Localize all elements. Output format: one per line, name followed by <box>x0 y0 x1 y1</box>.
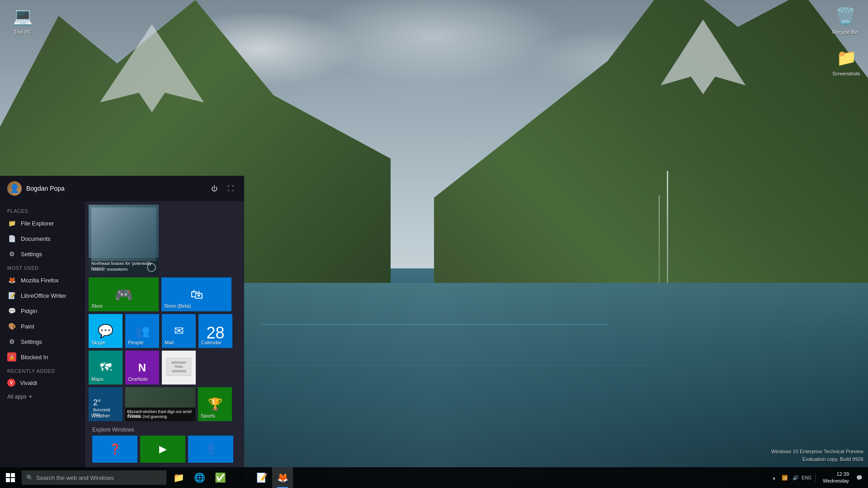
paint-label: Paint <box>21 323 34 330</box>
firefox-label: Mozilla Firefox <box>21 277 59 284</box>
skype-label: Skype <box>91 340 105 345</box>
this-pc-icon-label: This PC <box>12 29 33 35</box>
taskbar-app-file-explorer[interactable]: 📁 <box>168 467 189 488</box>
menu-item-blocked-in[interactable]: 🔒 Blocked In <box>0 349 85 365</box>
start-button[interactable] <box>0 467 21 488</box>
recycle-bin-desktop-icon[interactable]: 🗑️ Recycle Bin <box>827 4 863 37</box>
clock-day: Wednesday <box>823 478 849 484</box>
maps-tile[interactable]: 🗺 Maps <box>89 351 123 385</box>
clock-time: 12:39 <box>823 471 849 478</box>
water-line1 <box>260 324 608 325</box>
screenshots-icon-image: 📁 <box>835 47 857 69</box>
action-center-icon[interactable]: 💬 <box>854 473 864 483</box>
menu-item-libreoffice[interactable]: 📝 LibreOffice Writer <box>0 288 85 303</box>
weather-label: Weather <box>91 413 110 418</box>
weather-city: Bucuresti <box>93 408 118 412</box>
people-tile[interactable]: 👥 People <box>125 314 159 348</box>
skype-tile[interactable]: 💬 Skype <box>89 314 123 348</box>
recycle-bin-icon-label: Recycle Bin <box>831 29 860 35</box>
header-buttons: ⏻ ⛶ <box>208 182 237 195</box>
explore-icon-1: ❓ <box>109 443 121 455</box>
xbox-label: Xbox <box>91 303 103 309</box>
start-menu: 👤 Bogdan Popa ⏻ ⛶ Places 📁 File Explorer… <box>0 176 244 467</box>
xbox-icon: 🎮 <box>115 286 133 303</box>
calendar-label: Calendar <box>201 340 222 345</box>
winsnap-tile[interactable]: WINSNAPTRIAL VERSION <box>162 351 196 385</box>
explore-section: Explore Windows ❓ ▶ 👤 <box>89 424 241 464</box>
volume-icon[interactable]: 🔊 <box>791 473 801 483</box>
mail-icon: ✉ <box>174 324 184 338</box>
waterfall <box>667 171 668 293</box>
explore-tile-1[interactable]: ❓ <box>92 436 137 463</box>
news-search-area: Northeast braces for 'potentially histor… <box>89 205 241 275</box>
taskbar-app-notepad[interactable]: 📝 <box>251 467 272 488</box>
file-explorer-label: File Explorer <box>21 220 54 227</box>
all-apps-area[interactable]: All apps ▼ <box>0 390 85 404</box>
explore-tile-2[interactable]: ▶ <box>140 436 185 463</box>
all-apps-label: All apps <box>7 394 27 400</box>
store-tile[interactable]: 🛍 Store (Beta) <box>161 277 231 311</box>
all-apps-link[interactable]: All apps ▼ <box>7 394 78 400</box>
taskbar-right: ▲ 📶 🔊 ENG 12:39 Wednesday 💬 <box>770 471 864 485</box>
onenote-label: OneNote <box>128 376 148 382</box>
explore-tile-3[interactable]: 👤 <box>188 436 233 463</box>
calendar-tile[interactable]: 28 Calendar <box>198 314 232 348</box>
xbox-tile[interactable]: 🎮 Xbox <box>89 277 159 311</box>
screenshots-desktop-icon[interactable]: 📁 Screenshots <box>828 45 864 79</box>
network-icon[interactable]: 📶 <box>780 473 790 483</box>
pidgin-label: Pidgin <box>21 308 37 314</box>
onenote-icon: N <box>138 361 146 374</box>
ie-taskbar-icon: 🌐 <box>194 472 205 483</box>
recently-added-title: Recently added <box>0 365 85 375</box>
most-used-title: Most used <box>0 262 85 272</box>
explore-tiles: ❓ ▶ 👤 <box>92 436 237 463</box>
this-pc-desktop-icon[interactable]: 💻 This PC <box>5 4 41 37</box>
taskbar-app-ie[interactable]: 🌐 <box>189 467 210 488</box>
taskbar: 🔍 Search the web and Windows 📁 🌐 ✅ ✔ 📝 🦊… <box>0 467 868 488</box>
tray-expand-arrow[interactable]: ▲ <box>770 475 778 480</box>
menu-item-pidgin[interactable]: 💬 Pidgin <box>0 303 85 319</box>
power-button[interactable]: ⏻ <box>208 182 221 195</box>
vivaldi-label: Vivaldi <box>20 380 37 386</box>
explore-title: Explore Windows <box>92 427 237 433</box>
left-panel: Places 📁 File Explorer 📄 Documents ⚙ Set… <box>0 201 85 467</box>
settings2-label: Settings <box>21 338 42 345</box>
places-title: Places <box>0 205 85 216</box>
menu-item-documents[interactable]: 📄 Documents <box>0 231 85 246</box>
menu-item-paint[interactable]: 🎨 Paint <box>0 319 85 334</box>
menu-item-firefox[interactable]: 🦊 Mozilla Firefox <box>0 272 85 288</box>
mail-tile[interactable]: ✉ Mail <box>162 314 196 348</box>
people-label: People <box>128 340 143 345</box>
user-info[interactable]: 👤 Bogdan Popa <box>7 181 65 196</box>
notification-area: 📶 🔊 ENG <box>780 473 811 483</box>
menu-item-file-explorer[interactable]: 📁 File Explorer <box>0 216 85 231</box>
sports-icon: 🏆 <box>208 397 222 411</box>
explore-icon-2: ▶ <box>159 443 167 455</box>
taskbar-app-firefox[interactable]: 🦊 <box>272 467 293 488</box>
store-icon: 🛍 <box>190 287 203 302</box>
news-large-tile[interactable]: Northeast braces for 'potentially histor… <box>89 205 159 275</box>
weather-tile[interactable]: 2° Bucuresti Fog Weather <box>89 387 123 421</box>
expand-button[interactable]: ⛶ <box>224 182 237 195</box>
taskbar-app-store[interactable]: ✅ <box>210 467 231 488</box>
svg-rect-0 <box>6 473 10 477</box>
language-icon[interactable]: ENG <box>802 473 811 483</box>
search-bar[interactable]: 🔍 Search the web and Windows <box>22 470 166 485</box>
clock-area[interactable]: 12:39 Wednesday <box>819 471 853 485</box>
menu-item-vivaldi[interactable]: V Vivaldi <box>0 375 85 390</box>
onenote-tile[interactable]: N OneNote <box>125 351 159 385</box>
tile-row-2: 💬 Skype 👥 People ✉ Mail 28 Calendar <box>89 314 241 348</box>
menu-item-settings2[interactable]: ⚙ Settings <box>0 334 85 349</box>
news-tile[interactable]: Blizzard-stricken East digs out amid for… <box>125 387 195 421</box>
watermark-line1: Windows 10 Enterprise Technical Preview <box>771 448 863 455</box>
sports-tile[interactable]: 🏆 Sports <box>198 387 232 421</box>
settings-icon: ⚙ <box>7 249 16 258</box>
water-line2 <box>217 365 651 366</box>
menu-item-settings[interactable]: ⚙ Settings <box>0 246 85 262</box>
taskbar-app-task[interactable]: ✔ <box>231 467 251 488</box>
start-menu-header: 👤 Bogdan Popa ⏻ ⛶ <box>0 176 244 201</box>
screenshots-icon-label: Screenshots <box>831 70 861 77</box>
people-icon: 👥 <box>135 324 150 338</box>
this-pc-icon-image: 💻 <box>12 5 33 27</box>
tray-separator <box>815 473 816 482</box>
